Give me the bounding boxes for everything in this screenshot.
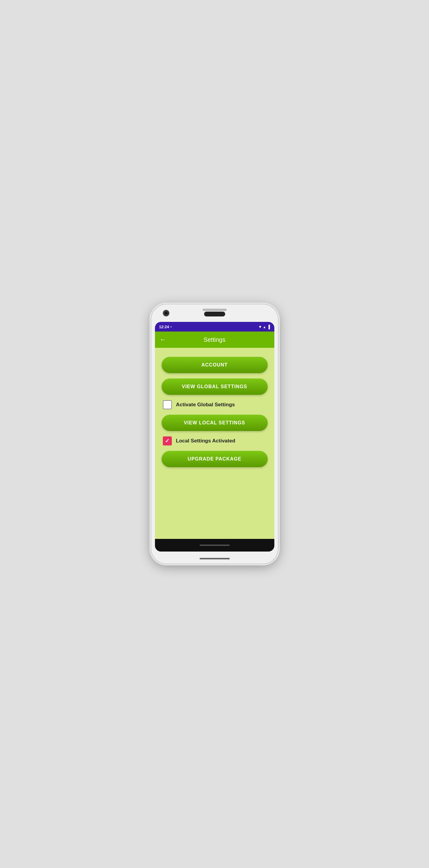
activate-global-settings-checkbox[interactable] [163, 400, 172, 409]
content-area: ACCOUNT VIEW GLOBAL SETTINGS Activate Gl… [155, 348, 274, 539]
view-global-settings-button[interactable]: VIEW GLOBAL SETTINGS [161, 378, 268, 395]
status-bar: 12:24 ▪ ▼ ▴ ▐ [155, 322, 274, 332]
status-time: 12:24 ▪ [159, 324, 172, 329]
local-settings-activated-row: Local Settings Activated [161, 436, 268, 445]
view-local-settings-button[interactable]: VIEW LOCAL SETTINGS [161, 415, 268, 431]
home-indicator [200, 545, 230, 546]
signal-icon: ▴ [264, 324, 266, 329]
local-settings-activated-label: Local Settings Activated [176, 438, 236, 444]
battery-icon: ▐ [267, 324, 270, 329]
account-button[interactable]: ACCOUNT [161, 357, 268, 373]
upgrade-package-button[interactable]: UPGRADE PACKAGE [161, 451, 268, 467]
activate-global-settings-row: Activate Global Settings [161, 400, 268, 409]
phone-pill [204, 312, 225, 316]
wifi-icon: ▼ [258, 324, 262, 329]
bottom-nav-bar [155, 539, 274, 552]
sim-icon: ▪ [171, 325, 172, 329]
phone-camera [163, 310, 170, 316]
activate-global-settings-label: Activate Global Settings [176, 402, 235, 408]
phone-speaker-top [203, 309, 227, 311]
page-title: Settings [170, 336, 259, 343]
app-bar: ← Settings [155, 332, 274, 348]
local-settings-activated-checkbox[interactable] [163, 436, 172, 445]
clock-label: 12:24 [159, 324, 169, 329]
status-icons: ▼ ▴ ▐ [258, 324, 270, 329]
phone-shell: 12:24 ▪ ▼ ▴ ▐ ← Settings ACCOUNT VIEW GL… [151, 304, 278, 564]
back-button[interactable]: ← [160, 336, 166, 344]
phone-home-indicator [200, 558, 230, 559]
screen: 12:24 ▪ ▼ ▴ ▐ ← Settings ACCOUNT VIEW GL… [155, 322, 274, 552]
